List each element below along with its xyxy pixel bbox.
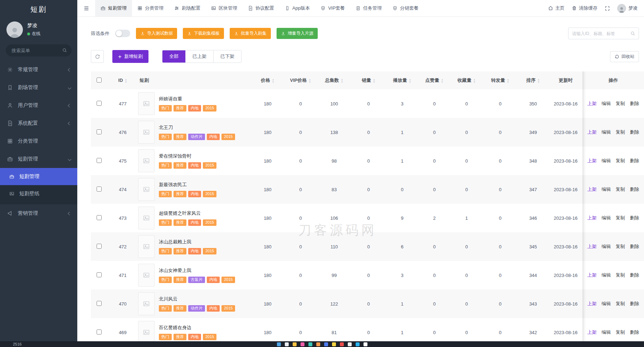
action-edit[interactable]: 编辑 bbox=[601, 272, 611, 278]
action-copy[interactable]: 复制 bbox=[616, 158, 625, 163]
row-checkbox[interactable] bbox=[97, 101, 102, 106]
action-publish[interactable]: 上架 bbox=[587, 215, 597, 220]
row-checkbox[interactable] bbox=[97, 329, 102, 334]
taskbar-app-icon[interactable] bbox=[332, 342, 336, 346]
action-edit[interactable]: 编辑 bbox=[601, 215, 611, 220]
action-edit[interactable]: 编辑 bbox=[601, 129, 611, 135]
sort-icon[interactable]: ▲▼ bbox=[373, 78, 375, 83]
select-all-checkbox[interactable] bbox=[97, 78, 102, 83]
action-publish[interactable]: 上架 bbox=[587, 272, 597, 278]
action-copy[interactable]: 复制 bbox=[616, 187, 625, 192]
action-edit[interactable]: 编辑 bbox=[601, 244, 611, 249]
tab-vip-package[interactable]: VIP套餐 bbox=[315, 0, 350, 16]
table-search-input[interactable] bbox=[568, 28, 639, 39]
action-copy[interactable]: 复制 bbox=[616, 329, 625, 335]
poster-thumbnail[interactable] bbox=[138, 264, 155, 287]
taskbar-app-icon[interactable] bbox=[316, 342, 320, 346]
poster-thumbnail[interactable] bbox=[138, 321, 155, 344]
tab-published[interactable]: 已上架 bbox=[185, 50, 213, 63]
hamburger-icon[interactable] bbox=[77, 0, 95, 16]
sidebar-item-categories[interactable]: 分类管理 bbox=[0, 132, 77, 150]
action-copy[interactable]: 复制 bbox=[616, 301, 625, 306]
sort-icon[interactable]: ▲▼ bbox=[409, 78, 411, 83]
poster-thumbnail[interactable] bbox=[138, 178, 155, 201]
action-delete[interactable]: 删除 bbox=[630, 158, 639, 163]
action-delete[interactable]: 删除 bbox=[630, 215, 639, 220]
action-delete[interactable]: 删除 bbox=[630, 244, 639, 249]
row-checkbox[interactable] bbox=[97, 215, 102, 220]
poster-thumbnail[interactable] bbox=[138, 207, 155, 229]
action-copy[interactable]: 复制 bbox=[616, 129, 625, 135]
action-delete[interactable]: 删除 bbox=[630, 101, 639, 106]
action-edit[interactable]: 编辑 bbox=[601, 329, 611, 335]
action-edit[interactable]: 编辑 bbox=[601, 301, 611, 306]
taskbar-app-icon[interactable] bbox=[364, 342, 367, 346]
action-delete[interactable]: 删除 bbox=[630, 301, 639, 306]
refresh-button[interactable] bbox=[91, 50, 104, 63]
taskbar-app-icon[interactable] bbox=[293, 342, 297, 346]
home-link[interactable]: 主页 bbox=[548, 5, 565, 11]
profile-menu[interactable]: 梦凌 bbox=[617, 4, 638, 13]
action-delete[interactable]: 删除 bbox=[630, 129, 639, 135]
taskbar-app-icon[interactable] bbox=[285, 342, 289, 346]
sidebar-item-drama-management[interactable]: 短剧管理 bbox=[0, 150, 77, 168]
row-checkbox[interactable] bbox=[97, 187, 102, 192]
tab-distribution-package[interactable]: 分销套餐 bbox=[387, 0, 424, 16]
action-copy[interactable]: 复制 bbox=[616, 272, 625, 278]
sort-icon[interactable]: ▲▼ bbox=[125, 78, 127, 83]
search-icon[interactable] bbox=[630, 31, 635, 36]
filter-toggle[interactable] bbox=[115, 30, 130, 37]
action-publish[interactable]: 上架 bbox=[587, 187, 597, 192]
action-copy[interactable]: 复制 bbox=[616, 101, 625, 106]
taskbar-app-icon[interactable] bbox=[301, 342, 304, 346]
action-publish[interactable]: 上架 bbox=[587, 129, 597, 135]
poster-thumbnail[interactable] bbox=[138, 92, 155, 115]
tab-unpublished[interactable]: 已下架 bbox=[213, 50, 241, 63]
tab-protocol-config[interactable]: 协议配置 bbox=[243, 0, 279, 16]
action-publish[interactable]: 上架 bbox=[587, 301, 597, 306]
row-checkbox[interactable] bbox=[97, 272, 102, 277]
sort-icon[interactable]: ▲▼ bbox=[309, 78, 311, 83]
poster-thumbnail[interactable] bbox=[138, 121, 155, 144]
tab-app-version[interactable]: App版本 bbox=[279, 0, 315, 16]
row-checkbox[interactable] bbox=[97, 158, 102, 163]
action-copy[interactable]: 复制 bbox=[616, 244, 625, 249]
tab-all[interactable]: 全部 bbox=[162, 50, 185, 63]
row-checkbox[interactable] bbox=[97, 244, 102, 249]
taskbar-app-icon[interactable] bbox=[324, 342, 328, 346]
sort-icon[interactable]: ▲▼ bbox=[441, 78, 444, 83]
row-checkbox[interactable] bbox=[97, 129, 102, 134]
action-copy[interactable]: 复制 bbox=[616, 215, 625, 220]
poster-thumbnail[interactable] bbox=[138, 235, 155, 258]
action-publish[interactable]: 上架 bbox=[587, 329, 597, 335]
clear-cache-link[interactable]: 清除缓存 bbox=[572, 5, 597, 11]
sort-icon[interactable]: ▲▼ bbox=[507, 78, 509, 83]
action-edit[interactable]: 编辑 bbox=[601, 187, 611, 192]
sidebar-item-system-config[interactable]: 系统配置 bbox=[0, 114, 77, 132]
action-delete[interactable]: 删除 bbox=[630, 272, 639, 278]
taskbar-app-icon[interactable] bbox=[277, 342, 281, 346]
fullscreen-icon[interactable] bbox=[605, 6, 610, 11]
sidebar-item-theater[interactable]: 剧场管理 bbox=[0, 79, 77, 96]
action-publish[interactable]: 上架 bbox=[587, 158, 597, 163]
tab-category-management[interactable]: 分类管理 bbox=[132, 0, 169, 16]
search-icon[interactable] bbox=[62, 48, 67, 53]
sort-icon[interactable]: ▲▼ bbox=[473, 78, 476, 83]
sort-icon[interactable]: ▲▼ bbox=[341, 78, 343, 83]
import-test-data-button[interactable]: 导入测试数据 bbox=[136, 28, 177, 39]
tab-theater-config[interactable]: 剧场配置 bbox=[169, 0, 206, 16]
download-template-button[interactable]: 下载剧集模板 bbox=[183, 28, 224, 39]
user-avatar[interactable] bbox=[6, 21, 23, 38]
recycle-bin-button[interactable]: 回收站 bbox=[610, 51, 639, 62]
action-publish[interactable]: 上架 bbox=[587, 101, 597, 106]
batch-import-button[interactable]: 批量导入剧集 bbox=[230, 28, 271, 39]
action-edit[interactable]: 编辑 bbox=[601, 101, 611, 106]
submenu-item-drama-management[interactable]: 短剧管理 bbox=[0, 168, 77, 185]
add-drama-button[interactable]: + 新增短剧 bbox=[112, 50, 148, 63]
action-edit[interactable]: 编辑 bbox=[601, 158, 611, 163]
row-checkbox[interactable] bbox=[97, 301, 102, 306]
action-delete[interactable]: 删除 bbox=[630, 187, 639, 192]
taskbar-app-icon[interactable] bbox=[348, 342, 352, 346]
sidebar-item-general[interactable]: 常规管理 bbox=[0, 61, 77, 79]
sidebar-item-users[interactable]: 用户管理 bbox=[0, 96, 77, 114]
